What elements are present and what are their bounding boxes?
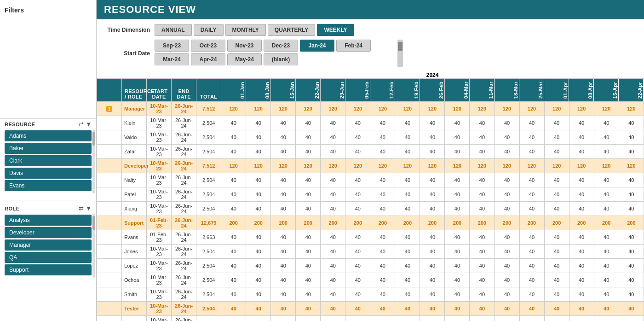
resource-name-cell: Xiang [122,202,147,216]
week-value-cell: 40 [271,187,296,202]
week-value-cell: 40 [519,116,544,130]
week-value-cell: 40 [569,173,594,187]
date-btn-oct23[interactable]: Oct-23 [191,40,225,52]
week-value-cell: 40 [370,287,395,302]
resource-filter-sort-icon[interactable]: ⇄ [79,121,84,128]
resource-filter-funnel-icon[interactable]: ▼ [86,121,92,128]
date-btn-mar24[interactable]: Mar-24 [155,53,189,65]
date-btn-dec23[interactable]: Dec-23 [264,40,298,52]
week-value-cell: 40 [246,202,271,216]
date-btn-blank[interactable]: (blank) [264,53,298,65]
week-value-cell: 40 [246,230,271,245]
week-value-cell: 40 [246,173,271,187]
week-value-cell: 40 [345,287,370,302]
start-date-cell: 10-Mar-23 [147,202,172,216]
week-value-cell: 40 [619,273,644,287]
time-btn-annual[interactable]: ANNUAL [155,24,192,36]
resource-filter-item[interactable]: Adams [5,130,92,141]
date-btn-sep23[interactable]: Sep-23 [155,40,189,52]
role-filter-item[interactable]: Analysis [5,215,92,226]
week-value-cell: 40 [296,287,321,302]
table-row: Evans01-Feb-2326-Jun-242,663404040404040… [97,230,644,245]
role-filter-item[interactable]: Support [5,264,92,275]
week-value-cell: 40 [420,287,445,302]
role-filter-item[interactable]: Developer [5,227,92,238]
role-filter-sort-icon[interactable]: ⇄ [79,205,84,212]
week-value-cell: 40 [494,202,519,216]
week-value-cell: 40 [221,287,246,302]
week-value-cell: 120 [321,102,345,116]
date-btn-may24[interactable]: May-24 [227,53,262,65]
time-btn-daily[interactable]: DAILY [194,24,224,36]
grid-area[interactable]: 2024 RESOURCE / ROLE START DATE END DATE… [97,72,644,321]
week-value-cell: 40 [345,230,370,245]
week-value-cell: 40 [544,259,569,273]
week-value-cell: 40 [420,145,445,159]
week-value-cell: 40 [345,173,370,187]
table-row: Lopez10-Mar-2326-Jun-242,504404040404040… [97,259,644,273]
date-btn-nov23[interactable]: Nov-23 [227,40,262,52]
date-btn-jan24[interactable]: Jan-24 [300,40,334,52]
week-value-cell: 120 [594,159,619,173]
week-value-cell: 120 [470,159,494,173]
week-value-cell: 40 [494,230,519,245]
table-row: Ochoa10-Mar-2326-Jun-242,504404040404040… [97,273,644,287]
date-scroll-indicator[interactable] [397,40,403,67]
start-date-cell: 10-Mar-23 [147,159,172,173]
week-value-cell: 40 [420,302,445,316]
row-number-cell [97,302,122,316]
week-value-cell: 120 [519,159,544,173]
week-value-cell: 40 [345,116,370,130]
week-value-cell: 40 [420,230,445,245]
week-value-cell: 40 [519,302,544,316]
role-filter-funnel-icon[interactable]: ▼ [86,205,92,212]
week-value-cell: 40 [569,245,594,259]
week-value-cell: 40 [519,273,544,287]
resource-filter-item[interactable]: Davis [5,168,92,179]
week-value-cell: 40 [420,130,445,145]
week-value-cell: 40 [594,245,619,259]
date-btn-apr24[interactable]: Apr-24 [191,53,225,65]
week-value-cell: 40 [370,130,395,145]
week-value-cell: 40 [445,145,470,159]
row-number-cell [97,187,122,202]
role-filter-item[interactable]: Manager [5,239,92,251]
week-value-cell: 40 [246,316,271,321]
week-value-cell: 120 [445,159,470,173]
week-value-cell: 40 [420,245,445,259]
role-filter-item[interactable]: QA [5,252,92,263]
table-row: Support01-Feb-2326-Jun-2412,679200200200… [97,216,644,230]
time-btn-weekly[interactable]: WEEKLY [317,24,354,36]
resource-name-cell: Patel [122,187,147,202]
time-btn-quarterly[interactable]: QUARTERLY [268,24,316,36]
week-value-cell: 40 [296,202,321,216]
row-number-cell [97,259,122,273]
col-header-w10: 04-Mar [445,79,470,102]
time-btn-monthly[interactable]: MONTHLY [225,24,266,36]
total-cell: 2,504 [196,245,221,259]
date-btn-feb24[interactable]: Feb-24 [336,40,371,52]
week-value-cell: 120 [445,102,470,116]
week-value-cell: 40 [494,259,519,273]
row-number-cell [97,230,122,245]
resource-filter-item[interactable]: Clark [5,155,92,166]
resource-filter-item[interactable]: Evans [5,180,92,191]
week-value-cell: 200 [246,216,271,230]
week-value-cell: 40 [395,202,420,216]
week-value-cell: 40 [296,173,321,187]
week-value-cell: 200 [594,216,619,230]
week-value-cell: 40 [420,116,445,130]
week-value-cell: 40 [370,316,395,321]
week-value-cell: 40 [296,316,321,321]
week-value-cell: 40 [345,302,370,316]
col-header-w1: 01-Jan [221,79,246,102]
total-cell: 7,512 [196,159,221,173]
start-date-cell: 10-Mar-23 [147,130,172,145]
week-value-cell: 40 [594,187,619,202]
resource-filter-item[interactable]: Baker [5,143,92,154]
week-value-cell: 40 [296,259,321,273]
week-value-cell: 200 [494,216,519,230]
week-value-cell: 40 [470,145,494,159]
week-value-cell: 40 [519,173,544,187]
year-label: 2024 [221,72,644,79]
